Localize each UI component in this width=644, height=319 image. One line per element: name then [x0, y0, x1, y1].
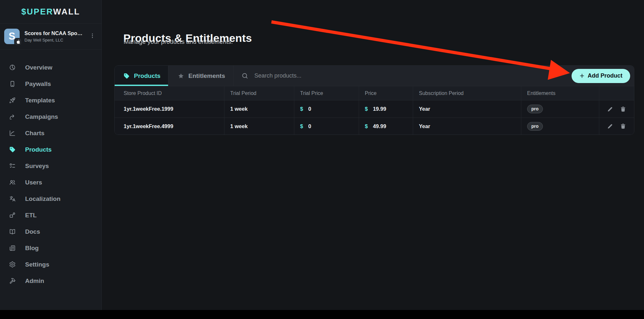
cell-trial-period: 1 week: [224, 118, 294, 135]
sidebar-item-overview[interactable]: Overview: [0, 59, 101, 76]
cell-actions: [599, 100, 634, 117]
sidebar-item-charts[interactable]: Charts: [0, 125, 101, 141]
sidebar-item-label: Blog: [25, 245, 39, 252]
sidebar-item-label: Docs: [25, 228, 40, 235]
cell-price: $49.99: [359, 118, 413, 135]
currency-symbol: $: [365, 106, 368, 112]
column-header-subscription-period: Subscription Period: [413, 86, 521, 100]
column-header-trial-price: Trial Price: [294, 86, 359, 100]
logo-rest-text: WALL: [53, 7, 80, 16]
column-header-trial-period: Trial Period: [224, 86, 294, 100]
sidebar-item-etl[interactable]: ETL: [0, 207, 101, 223]
table-row: 1yr.1weekFree.4999 1 week $0 $49.99 Year…: [115, 117, 634, 135]
products-tag-icon: [9, 146, 16, 153]
sidebar-item-label: Paywalls: [25, 80, 51, 88]
sidebar-item-label: Localization: [25, 195, 61, 202]
sidebar-item-localization[interactable]: Localization: [0, 191, 101, 207]
delete-product-button[interactable]: [620, 123, 626, 129]
tab-entitlements-label: Entitlements: [188, 72, 225, 80]
sidebar-item-label: ETL: [25, 212, 37, 219]
trash-icon: [620, 123, 626, 129]
admin-icon: [9, 277, 16, 284]
search-input[interactable]: [254, 72, 392, 80]
currency-symbol: $: [365, 123, 368, 129]
entitlement-badge: pro: [527, 105, 543, 113]
price-value: 19.99: [373, 106, 386, 112]
edit-product-button[interactable]: [607, 106, 613, 112]
sidebar-item-paywalls[interactable]: Paywalls: [0, 76, 101, 92]
overview-icon: [9, 64, 16, 71]
column-header-entitlements: Entitlements: [521, 86, 599, 100]
column-header-store-product-id: Store Product ID: [115, 86, 224, 100]
table-header-row: Store Product ID Trial Period Trial Pric…: [115, 86, 634, 100]
sidebar-item-label: Charts: [25, 130, 44, 137]
sidebar-item-templates[interactable]: Templates: [0, 92, 101, 108]
localization-icon: [9, 195, 16, 202]
add-product-button[interactable]: Add Product: [572, 69, 630, 83]
main-content: Products & Entitlements Manage your prod…: [102, 0, 644, 310]
search-icon: [242, 72, 248, 79]
charts-icon: [9, 130, 16, 136]
tab-bar: Products Entitlements Add Product: [115, 66, 634, 86]
cell-price: $19.99: [359, 100, 413, 117]
logo-row: $UPERWALL: [0, 0, 101, 23]
etl-icon: [9, 212, 16, 219]
pencil-icon: [607, 123, 613, 129]
cell-actions: [599, 118, 634, 135]
sidebar-item-docs[interactable]: Docs: [0, 223, 101, 240]
paywalls-icon: [9, 80, 16, 87]
add-product-label: Add Product: [588, 72, 622, 79]
cell-subscription-period: Year: [413, 118, 521, 135]
tab-products-label: Products: [134, 72, 160, 80]
app-meta: Scores for NCAA Spo… Day Well Spent, LLC: [24, 31, 83, 42]
sidebar-item-label: Products: [25, 146, 52, 153]
tab-entitlements[interactable]: Entitlements: [168, 66, 233, 86]
tag-icon: [123, 73, 130, 79]
tab-products[interactable]: Products: [115, 66, 168, 86]
cell-store-product-id: 1yr.1weekFree.1999: [115, 100, 224, 117]
pencil-icon: [607, 106, 613, 112]
app-window: $UPERWALL S Scores for NCAA Spo… Day Wel…: [0, 0, 644, 310]
logo-accent-text: $UPER: [21, 7, 53, 16]
trash-icon: [620, 106, 626, 112]
sidebar-item-label: Surveys: [25, 163, 49, 170]
sidebar-item-settings[interactable]: Settings: [0, 256, 101, 273]
settings-icon: [9, 261, 16, 268]
edit-product-button[interactable]: [607, 123, 613, 129]
app-switcher[interactable]: S Scores for NCAA Spo… Day Well Spent, L…: [0, 23, 101, 50]
kebab-menu-icon[interactable]: [88, 31, 97, 42]
cell-trial-period: 1 week: [224, 100, 294, 117]
blog-icon: [9, 245, 16, 251]
app-icon: S: [4, 29, 20, 44]
sidebar-item-products[interactable]: Products: [0, 141, 101, 158]
delete-product-button[interactable]: [620, 106, 626, 112]
plus-icon: [579, 73, 585, 79]
search-box: [233, 66, 572, 86]
currency-symbol: $: [300, 106, 303, 112]
cell-entitlements: pro: [521, 100, 599, 117]
products-panel: Products Entitlements Add Product Store: [114, 65, 634, 135]
column-header-actions: [599, 86, 634, 100]
entitlement-badge: pro: [527, 122, 543, 131]
table-row: 1yr.1weekFree.1999 1 week $0 $19.99 Year…: [115, 100, 634, 117]
sidebar-item-label: Admin: [25, 277, 44, 285]
sidebar-item-campaigns[interactable]: Campaigns: [0, 108, 101, 125]
sidebar-item-label: Settings: [25, 261, 49, 268]
cell-entitlements: pro: [521, 118, 599, 135]
sidebar-item-admin[interactable]: Admin: [0, 273, 101, 289]
sidebar-item-surveys[interactable]: Surveys: [0, 158, 101, 174]
superwall-logo[interactable]: $UPERWALL: [21, 7, 80, 17]
sidebar-item-label: Users: [25, 179, 42, 186]
sidebar-item-blog[interactable]: Blog: [0, 240, 101, 256]
sidebar-item-users[interactable]: Users: [0, 174, 101, 191]
templates-icon: [9, 97, 16, 104]
star-icon: [178, 73, 184, 79]
cell-trial-price: $0: [294, 100, 359, 117]
campaigns-icon: [9, 113, 16, 120]
sidebar-nav: Overview Paywalls Templates Campaigns Ch…: [0, 59, 101, 289]
trial-price-value: 0: [308, 106, 311, 112]
trial-price-value: 0: [308, 123, 311, 129]
column-header-price: Price: [359, 86, 413, 100]
app-name: Scores for NCAA Spo…: [24, 31, 83, 36]
cell-trial-price: $0: [294, 118, 359, 135]
